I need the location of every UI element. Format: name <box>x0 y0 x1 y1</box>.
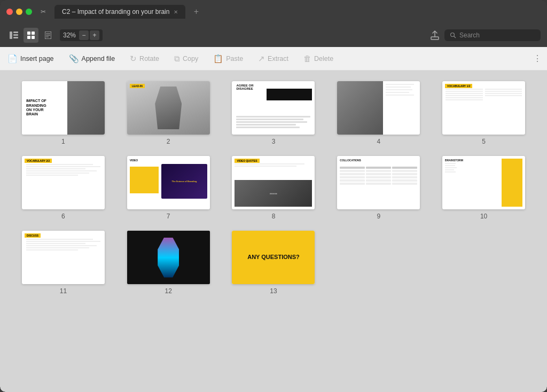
page-item-4[interactable]: 4 <box>331 81 426 145</box>
copy-button[interactable]: ⧉ Copy <box>167 51 206 67</box>
svg-rect-7 <box>32 36 35 39</box>
active-tab[interactable]: C2 – Impact of branding on your brain ✕ <box>54 5 185 19</box>
search-bar[interactable]: Search <box>444 29 541 41</box>
page7-yellow <box>130 167 159 193</box>
page-number-5: 5 <box>482 138 486 145</box>
insert-page-button[interactable]: 📄 Insert page <box>0 51 61 67</box>
page-number-12: 12 <box>165 287 172 295</box>
page10-yellow-bar <box>502 159 522 207</box>
page1-title: IMPACT OFBRANDINGON YOURBRAIN <box>26 99 46 117</box>
page-icon <box>45 32 51 39</box>
zoom-level: 32% <box>63 32 76 39</box>
page-item-1[interactable]: IMPACT OFBRANDINGON YOURBRAIN 1 <box>16 81 111 145</box>
svg-rect-2 <box>13 34 18 36</box>
page-item-3[interactable]: AGREE ORDISAGREE 3 <box>226 81 321 145</box>
action-toolbar: 📄 Insert page 📎 Append file ↻ Rotate ⧉ C… <box>0 47 547 70</box>
grid-icon <box>27 32 35 39</box>
grid-view-button[interactable] <box>24 28 38 43</box>
tab-close-icon[interactable]: ✕ <box>174 9 178 15</box>
page13-bg: ANY QUESTIONS? <box>232 231 315 284</box>
scissors-icon: ✂ <box>41 8 46 15</box>
page-thumb-3: AGREE ORDISAGREE <box>232 81 315 135</box>
sidebar-toggle-button[interactable] <box>6 28 21 43</box>
svg-rect-12 <box>431 37 439 40</box>
page-item-9[interactable]: COLLOCATIONS 9 <box>331 156 426 220</box>
insert-page-icon: 📄 <box>7 54 18 64</box>
page-item-2[interactable]: LEAD-IN 2 <box>121 81 216 145</box>
page9-badge: COLLOCATIONS <box>340 159 361 162</box>
maximize-button[interactable] <box>26 9 32 15</box>
search-placeholder: Search <box>459 32 480 39</box>
page9-table <box>340 167 417 186</box>
close-button[interactable] <box>6 9 13 15</box>
page-item-8[interactable]: VIDEO QUOTES ▪▪▪▪▪ 8 <box>226 156 321 220</box>
zoom-minus-button[interactable]: − <box>79 30 89 40</box>
page-thumb-6: VOCABULARY 2/2 <box>22 156 105 209</box>
svg-rect-6 <box>27 36 30 39</box>
traffic-lights <box>6 9 32 15</box>
page4-text <box>383 81 420 135</box>
page-thumb-10: BRAINSTORM <box>442 156 525 209</box>
svg-point-13 <box>451 33 455 37</box>
page-item-10[interactable]: BRAINSTORM 10 <box>436 156 531 220</box>
page-number-7: 7 <box>167 213 170 220</box>
delete-button[interactable]: 🗑 Delete <box>296 51 341 66</box>
page-item-6[interactable]: VOCABULARY 2/2 6 <box>16 156 111 220</box>
extract-button[interactable]: ↗ Extract <box>251 51 296 67</box>
page-item-7[interactable]: VIDEO The Science of Branding 7 <box>121 156 216 220</box>
minimize-button[interactable] <box>16 9 22 15</box>
page7-badge: VIDEO <box>130 159 138 162</box>
page-number-1: 1 <box>61 138 65 145</box>
tab-title: C2 – Impact of branding on your brain <box>62 8 169 15</box>
search-icon <box>450 32 456 38</box>
page12-bg <box>127 231 210 284</box>
page-thumb-12 <box>127 231 210 284</box>
paste-button[interactable]: 📋 Paste <box>206 51 251 67</box>
append-file-icon: 📎 <box>69 54 79 64</box>
page-number-13: 13 <box>270 287 277 295</box>
page3-blackbar <box>267 89 312 100</box>
svg-rect-1 <box>13 32 18 33</box>
toolbar-left: 32% − + <box>6 28 103 43</box>
page3-lines <box>236 116 310 129</box>
page8-photo: ▪▪▪▪▪ <box>235 180 312 207</box>
page8-badge: VIDEO QUOTES <box>235 159 259 163</box>
rotate-button[interactable]: ↻ Rotate <box>122 51 167 67</box>
page-thumb-5: VOCABULARY 1/2 <box>442 81 525 135</box>
tools-label: ✂ <box>41 8 48 15</box>
page-item-5[interactable]: VOCABULARY 1/2 <box>436 81 531 145</box>
page-item-11[interactable]: DISCUSS 11 <box>16 231 111 295</box>
new-tab-button[interactable]: + <box>190 5 202 18</box>
more-options-button[interactable]: ⋮ <box>533 53 547 64</box>
svg-rect-5 <box>32 32 35 35</box>
pages-grid: IMPACT OFBRANDINGON YOURBRAIN 1 LEAD-IN … <box>16 81 531 295</box>
delete-icon: 🗑 <box>303 54 311 63</box>
page-thumb-7: VIDEO The Science of Branding <box>127 156 210 209</box>
extract-icon: ↗ <box>258 54 265 64</box>
zoom-control: 32% − + <box>60 29 103 41</box>
copy-icon: ⧉ <box>174 54 180 64</box>
page-number-11: 11 <box>60 287 67 295</box>
pages-content: IMPACT OFBRANDINGON YOURBRAIN 1 LEAD-IN … <box>0 70 547 392</box>
svg-rect-0 <box>10 32 12 39</box>
page13-text: ANY QUESTIONS? <box>247 254 300 261</box>
page1-photo <box>67 81 105 135</box>
append-file-button[interactable]: 📎 Append file <box>61 51 123 67</box>
page-item-13[interactable]: ANY QUESTIONS? 13 <box>226 231 321 295</box>
page10-content: BRAINSTORM <box>445 159 463 174</box>
page-number-10: 10 <box>480 213 487 220</box>
page-number-2: 2 <box>167 138 170 145</box>
svg-rect-4 <box>27 32 30 35</box>
page-view-button[interactable] <box>41 28 56 43</box>
svg-rect-3 <box>13 37 18 38</box>
page-thumb-8: VIDEO QUOTES ▪▪▪▪▪ <box>232 156 315 209</box>
share-button[interactable] <box>427 28 442 43</box>
app-window: ✂ C2 – Impact of branding on your brain … <box>0 0 547 392</box>
paste-icon: 📋 <box>213 54 223 64</box>
page-item-12[interactable]: 12 <box>121 231 216 295</box>
zoom-plus-button[interactable]: + <box>90 30 99 40</box>
page2-photo <box>127 81 210 135</box>
upload-icon <box>431 30 439 40</box>
page4-photo <box>337 81 382 135</box>
page-thumb-4 <box>337 81 420 135</box>
